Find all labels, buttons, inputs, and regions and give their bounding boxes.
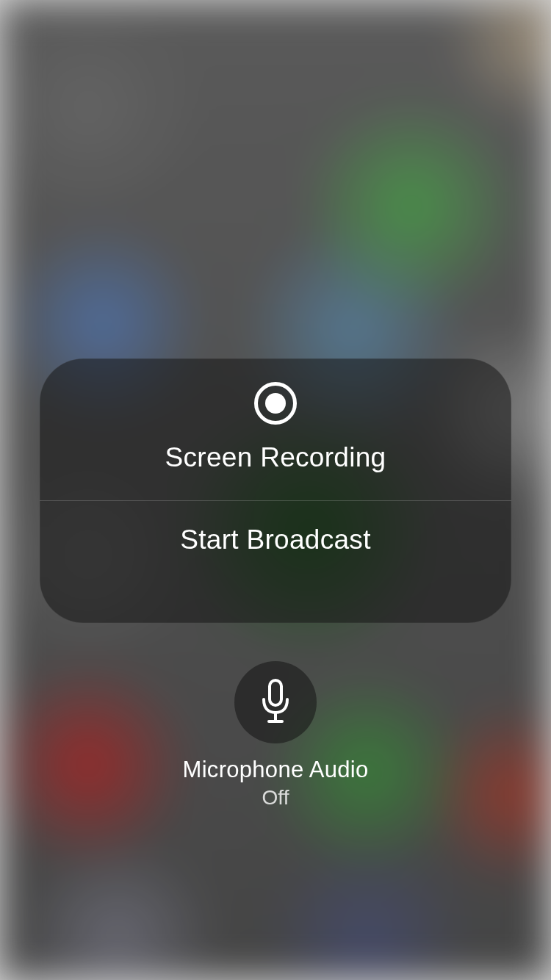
start-broadcast-label: Start Broadcast [180, 525, 371, 555]
record-icon [254, 382, 297, 425]
svg-rect-0 [270, 680, 281, 705]
screen-recording-header: Screen Recording [40, 359, 511, 500]
microphone-state: Off [262, 786, 289, 810]
microphone-icon [258, 679, 293, 726]
start-broadcast-button[interactable]: Start Broadcast [40, 501, 511, 623]
screen-recording-title: Screen Recording [165, 442, 386, 473]
screen-recording-card: Screen Recording Start Broadcast [40, 359, 511, 623]
microphone-label: Microphone Audio [183, 757, 369, 783]
record-icon-dot [265, 393, 286, 414]
control-center-expanded: Screen Recording Start Broadcast Microph… [0, 0, 551, 980]
microphone-toggle-button[interactable] [234, 661, 317, 743]
microphone-section: Microphone Audio Off [0, 661, 551, 810]
